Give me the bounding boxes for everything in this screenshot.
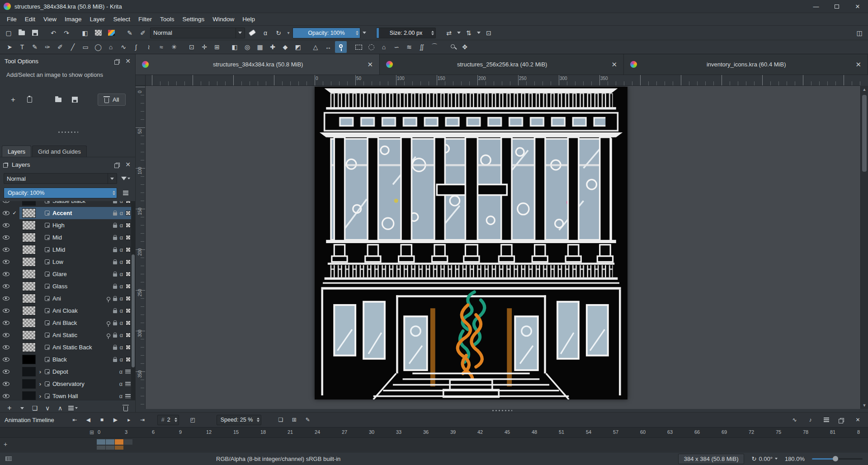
separator[interactable] bbox=[348, 41, 352, 53]
separator[interactable] bbox=[441, 41, 445, 53]
layer-visibility-icon[interactable] bbox=[3, 248, 9, 252]
smart-patch-tool[interactable]: ✚ bbox=[267, 41, 278, 53]
menu-item[interactable]: Edit bbox=[21, 14, 39, 24]
lock-icon[interactable] bbox=[113, 273, 117, 277]
keyframe-block[interactable] bbox=[106, 446, 114, 450]
scroll-up-icon[interactable]: ▲ bbox=[861, 86, 868, 93]
close-document-button[interactable]: ✕ bbox=[367, 61, 373, 69]
trim-canvas-icon[interactable]: ⊡ bbox=[483, 27, 495, 39]
inherit-alpha-icon[interactable] bbox=[126, 201, 131, 203]
scrollbar-thumb[interactable] bbox=[132, 254, 135, 367]
alpha-lock-icon[interactable]: α bbox=[120, 320, 123, 326]
separator[interactable] bbox=[305, 41, 309, 53]
keyframe-block[interactable] bbox=[97, 439, 105, 445]
docker-tab[interactable]: Layers bbox=[2, 146, 31, 157]
alpha-lock-icon[interactable]: α bbox=[120, 308, 123, 314]
playback-speed-spinbox[interactable]: Speed: 25 % bbox=[217, 415, 262, 425]
select-shapes-tool[interactable]: ➤ bbox=[4, 41, 15, 53]
layer-opacity-spin-buttons[interactable] bbox=[113, 188, 115, 198]
alpha-lock-icon[interactable]: α bbox=[120, 201, 123, 204]
blending-mode-dropdown[interactable]: Normal bbox=[150, 28, 245, 38]
add-duplicate-frame-icon[interactable]: ✎ bbox=[302, 415, 313, 425]
layer-row[interactable]: Ani Cloak α bbox=[0, 305, 135, 317]
lock-icon[interactable] bbox=[113, 334, 117, 338]
export-image-button[interactable] bbox=[69, 94, 80, 106]
close-docker-button[interactable]: ✕ bbox=[125, 57, 131, 65]
float-docker-button[interactable] bbox=[116, 59, 120, 63]
next-frame-button[interactable]: ▸ bbox=[123, 415, 135, 425]
menu-item[interactable]: Image bbox=[61, 14, 86, 24]
layer-row[interactable]: Ani α bbox=[0, 292, 135, 305]
canvas[interactable] bbox=[315, 87, 627, 399]
inherit-alpha-icon[interactable] bbox=[126, 223, 131, 228]
new-document-icon[interactable]: ▢ bbox=[3, 27, 14, 39]
patterns-chooser-icon[interactable] bbox=[92, 27, 104, 39]
polygon-tool[interactable]: ⌂ bbox=[105, 41, 117, 53]
ellipse-tool[interactable]: ◯ bbox=[92, 41, 104, 53]
layer-row[interactable]: › Town Hall α bbox=[0, 390, 135, 400]
reload-preset-icon[interactable]: ↻ bbox=[273, 27, 284, 39]
inherit-alpha-icon[interactable] bbox=[126, 333, 131, 338]
reference-images-tool[interactable] bbox=[335, 41, 347, 53]
mirror-vertical-icon[interactable]: ⇅ bbox=[463, 27, 475, 39]
layer-filter-button[interactable] bbox=[120, 173, 132, 184]
keyframe-block[interactable] bbox=[97, 446, 105, 450]
zoom-slider-handle[interactable] bbox=[833, 456, 838, 461]
inherit-alpha-icon[interactable] bbox=[126, 296, 131, 301]
group-expand-icon[interactable]: › bbox=[38, 380, 42, 387]
close-docker-button[interactable]: ✕ bbox=[852, 415, 863, 425]
menu-item[interactable]: Layer bbox=[86, 14, 109, 24]
skip-to-end-button[interactable]: ⇥ bbox=[137, 415, 148, 425]
alpha-lock-icon[interactable]: α bbox=[119, 393, 123, 399]
inherit-alpha-icon[interactable] bbox=[126, 284, 131, 289]
layer-row[interactable]: Ani Static α bbox=[0, 329, 135, 341]
layer-visibility-icon[interactable] bbox=[3, 284, 9, 288]
gradient-tool[interactable]: ◧ bbox=[229, 41, 241, 53]
layer-row[interactable]: Ani Black α bbox=[0, 317, 135, 329]
fill-tool[interactable]: ◆ bbox=[279, 41, 291, 53]
lock-icon[interactable] bbox=[113, 322, 117, 325]
bezier-curve-tool[interactable]: ∫ bbox=[130, 41, 142, 53]
alpha-lock-icon[interactable]: α bbox=[120, 296, 123, 302]
add-image-button[interactable]: + bbox=[7, 94, 19, 106]
menu-item[interactable]: Help bbox=[238, 14, 259, 24]
keyframe-block[interactable] bbox=[115, 439, 123, 445]
menu-item[interactable]: Window bbox=[208, 14, 238, 24]
freehand-brush-tool[interactable]: ✐ bbox=[54, 41, 66, 53]
layer-visibility-icon[interactable] bbox=[3, 345, 9, 349]
polyline-tool[interactable]: ∿ bbox=[118, 41, 129, 53]
alpha-lock-icon[interactable]: α bbox=[120, 259, 123, 265]
alpha-lock-icon[interactable]: α bbox=[120, 271, 123, 277]
layer-visibility-icon[interactable] bbox=[3, 272, 9, 276]
bezier-selection-tool[interactable]: ∬ bbox=[416, 41, 428, 53]
open-document-icon[interactable] bbox=[16, 27, 28, 39]
separator[interactable] bbox=[42, 27, 46, 39]
edit-shapes-tool[interactable]: ✎ bbox=[29, 41, 41, 53]
menu-item[interactable]: View bbox=[39, 14, 61, 24]
layer-row[interactable]: Black α bbox=[0, 353, 135, 366]
menu-item[interactable]: Settings bbox=[178, 14, 208, 24]
close-docker-button[interactable]: ✕ bbox=[125, 161, 131, 168]
workspace-chooser-icon[interactable]: ◫ bbox=[854, 27, 865, 39]
elliptical-selection-tool[interactable] bbox=[365, 41, 377, 53]
mirror-horizontal-dropdown-icon[interactable] bbox=[456, 27, 462, 39]
import-image-button[interactable] bbox=[52, 94, 64, 106]
layer-row[interactable]: High α bbox=[0, 219, 135, 231]
alpha-lock-icon[interactable]: α bbox=[120, 235, 123, 241]
onion-skin-button[interactable]: ◰ bbox=[187, 415, 198, 425]
add-keyframe-icon[interactable]: + bbox=[4, 441, 7, 448]
inherit-alpha-icon[interactable] bbox=[125, 394, 131, 398]
maximize-button[interactable] bbox=[826, 0, 847, 13]
volume-icon[interactable]: ♪ bbox=[805, 415, 816, 425]
audio-options-icon[interactable]: ∿ bbox=[789, 415, 800, 425]
layer-blending-mode-dropdown[interactable]: Normal bbox=[4, 173, 117, 184]
inherit-alpha-icon[interactable] bbox=[125, 370, 131, 374]
menu-item[interactable]: File bbox=[3, 14, 21, 24]
alpha-lock-icon[interactable]: α bbox=[120, 357, 123, 363]
layer-row[interactable]: Ani Static Back α bbox=[0, 341, 135, 353]
inherit-alpha-icon[interactable] bbox=[126, 211, 131, 216]
alpha-lock-icon[interactable]: α bbox=[120, 332, 123, 338]
layer-row[interactable]: LMid α bbox=[0, 244, 135, 256]
group-expand-icon[interactable]: › bbox=[38, 393, 42, 399]
timeline-settings-icon[interactable]: ❏ bbox=[275, 415, 286, 425]
